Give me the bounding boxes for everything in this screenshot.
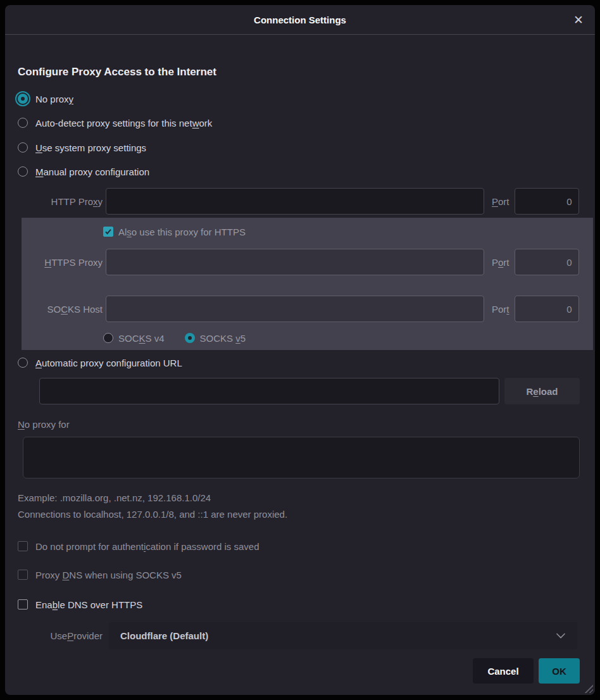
no-proxy-for-textarea[interactable]	[23, 437, 580, 478]
radio-no-proxy[interactable]: No proxy	[18, 91, 73, 107]
https-proxy-label: HTTPS Proxy	[22, 257, 103, 268]
radio-auto-detect[interactable]: Auto-detect proxy settings for this netw…	[18, 115, 212, 131]
checkbox-proxy-dns[interactable]: Proxy DNS when using SOCKS v5	[18, 567, 182, 582]
http-port-input[interactable]	[515, 188, 579, 215]
radio-manual[interactable]: Manual proxy configuration	[18, 163, 149, 180]
chevron-down-icon	[556, 633, 566, 639]
https-port-input[interactable]	[515, 249, 579, 275]
checkbox-also-https[interactable]: Also use this proxy for HTTPS	[103, 224, 246, 239]
checkbox-icon[interactable]	[103, 227, 113, 237]
resize-grip[interactable]	[584, 684, 593, 693]
checkbox-label: Do not prompt for authentication if pass…	[35, 541, 259, 552]
page-title: Configure Proxy Access to the Internet	[18, 66, 216, 78]
radio-auto-url[interactable]: Automatic proxy configuration URL	[18, 354, 182, 371]
dialog-title: Connection Settings	[254, 15, 346, 25]
radio-label: SOCKS v4	[118, 333, 165, 344]
checkbox-no-prompt-auth[interactable]: Do not prompt for authentication if pass…	[18, 539, 259, 554]
socks-host-row: SOCKS Host Port	[22, 296, 579, 322]
dialog-titlebar: Connection Settings ✕	[5, 5, 595, 35]
reload-button[interactable]: Reload	[504, 378, 580, 404]
provider-label: Use Provider	[5, 622, 103, 649]
checkbox-label: Also use this proxy for HTTPS	[118, 227, 246, 237]
radio-button-icon[interactable]	[18, 358, 28, 368]
radio-label: Manual proxy configuration	[35, 166, 149, 177]
https-proxy-row: HTTPS Proxy Port	[22, 249, 579, 275]
no-proxy-for-label: No proxy for	[18, 417, 70, 432]
manual-proxy-panel: Also use this proxy for HTTPS HTTPS Prox…	[22, 218, 593, 350]
https-proxy-input[interactable]	[106, 249, 484, 275]
checkbox-icon[interactable]	[18, 570, 28, 580]
checkbox-label: Proxy DNS when using SOCKS v5	[35, 570, 182, 580]
radio-socks-v5[interactable]	[185, 333, 195, 343]
connection-settings-dialog: Connection Settings ✕ Configure Proxy Ac…	[5, 5, 595, 695]
checkbox-icon[interactable]	[18, 599, 28, 609]
provider-value: Cloudflare (Default)	[120, 630, 208, 641]
auto-config-url-input[interactable]	[39, 378, 499, 404]
http-proxy-label: HTTP Proxy	[5, 196, 103, 207]
radio-label: SOCKS v5	[200, 333, 246, 344]
checkbox-label: Enable DNS over HTTPS	[35, 599, 142, 610]
socks-port-input[interactable]	[515, 296, 579, 322]
radio-button-icon[interactable]	[18, 166, 28, 177]
radio-button-icon[interactable]	[18, 142, 28, 153]
socks-host-input[interactable]	[106, 296, 484, 322]
socks-host-label: SOCKS Host	[22, 304, 103, 315]
radio-button-icon[interactable]	[18, 118, 28, 128]
radio-use-system[interactable]: Use system proxy settings	[18, 139, 146, 156]
checkbox-icon[interactable]	[18, 541, 28, 551]
radio-label: Automatic proxy configuration URL	[35, 358, 182, 368]
checkmark-icon	[104, 228, 112, 235]
never-proxied-note: Connections to localhost, 127.0.0.1/8, a…	[18, 507, 287, 522]
provider-select[interactable]: Cloudflare (Default)	[109, 622, 577, 649]
screen: Connection Settings ✕ Configure Proxy Ac…	[0, 0, 600, 700]
cancel-button[interactable]: Cancel	[473, 658, 534, 684]
radio-label: Auto-detect proxy settings for this netw…	[35, 118, 212, 128]
example-text: Example: .mozilla.org, .net.nz, 192.168.…	[18, 491, 211, 506]
https-port-label: Port	[492, 257, 509, 268]
close-icon[interactable]: ✕	[573, 14, 584, 26]
radio-socks-v4[interactable]	[103, 333, 113, 343]
socks-port-label: Port	[492, 304, 509, 315]
checkbox-enable-doh[interactable]: Enable DNS over HTTPS	[18, 597, 142, 612]
radio-label: Use system proxy settings	[35, 142, 146, 153]
http-port-label: Port	[492, 196, 509, 207]
radio-label: No proxy	[35, 94, 73, 104]
ok-button[interactable]: OK	[539, 658, 580, 684]
radio-button-icon[interactable]	[18, 94, 28, 104]
http-proxy-row: HTTP Proxy Port	[5, 188, 580, 215]
http-proxy-input[interactable]	[106, 188, 484, 215]
socks-version-row: SOCKS v4 SOCKS v5	[103, 330, 246, 346]
